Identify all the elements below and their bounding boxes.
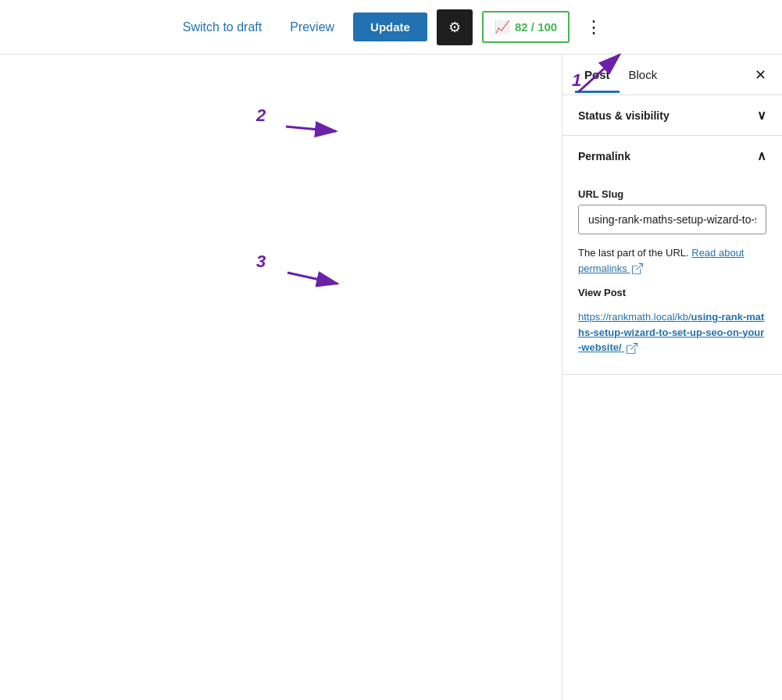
url-slug-input[interactable] xyxy=(578,205,766,234)
external-link-icon xyxy=(632,263,643,274)
score-value: 82 / 100 xyxy=(515,20,557,34)
chevron-up-icon: ∧ xyxy=(757,148,766,163)
gear-icon: ⚙ xyxy=(448,19,461,36)
permalink-section: Permalink ∧ URL Slug The last part of th… xyxy=(562,136,782,375)
sidebar-close-button[interactable]: ✕ xyxy=(752,63,770,87)
settings-button[interactable]: ⚙ xyxy=(437,9,473,45)
editor-area xyxy=(0,55,562,700)
more-options-button[interactable]: ⋮ xyxy=(579,14,609,41)
url-slug-label: URL Slug xyxy=(578,188,766,200)
sidebar-tabs: Post Block ✕ xyxy=(562,55,782,95)
ellipsis-icon: ⋮ xyxy=(585,17,602,37)
seo-score-button[interactable]: 📈 82 / 100 xyxy=(482,11,570,43)
view-post-url-plain: https://rankmath.local/kb/ xyxy=(578,311,691,323)
preview-button[interactable]: Preview xyxy=(280,14,344,41)
score-chart-icon: 📈 xyxy=(495,20,510,34)
permalink-helper-text: The last part of the URL. Read about per… xyxy=(578,245,766,276)
url-slug-field: URL Slug xyxy=(578,188,766,234)
status-visibility-section: Status & visibility ∨ xyxy=(562,95,782,136)
status-visibility-header[interactable]: Status & visibility ∨ xyxy=(562,95,782,135)
main-area: Post Block ✕ Status & visibility ∨ Perma… xyxy=(0,55,782,700)
chevron-down-icon: ∨ xyxy=(757,108,766,123)
view-post-url-container: https://rankmath.local/kb/using-rank-mat… xyxy=(578,309,766,355)
update-button[interactable]: Update xyxy=(353,12,427,41)
view-post-link[interactable]: https://rankmath.local/kb/using-rank-mat… xyxy=(578,311,764,353)
view-post-label: View Post xyxy=(578,287,766,298)
tab-block[interactable]: Block xyxy=(620,57,667,93)
view-post-external-link-icon xyxy=(627,343,637,354)
switch-to-draft-button[interactable]: Switch to draft xyxy=(173,14,271,41)
sidebar-panel: Post Block ✕ Status & visibility ∨ Perma… xyxy=(562,55,782,700)
permalink-label: Permalink xyxy=(578,150,630,162)
tab-post[interactable]: Post xyxy=(575,57,620,93)
status-visibility-label: Status & visibility xyxy=(578,109,670,122)
permalink-content: URL Slug The last part of the URL. Read … xyxy=(562,176,782,374)
close-icon: ✕ xyxy=(755,67,766,83)
toolbar: Switch to draft Preview Update ⚙ 📈 82 / … xyxy=(0,0,782,55)
view-post-section: View Post xyxy=(578,287,766,298)
permalink-header[interactable]: Permalink ∧ xyxy=(562,136,782,176)
